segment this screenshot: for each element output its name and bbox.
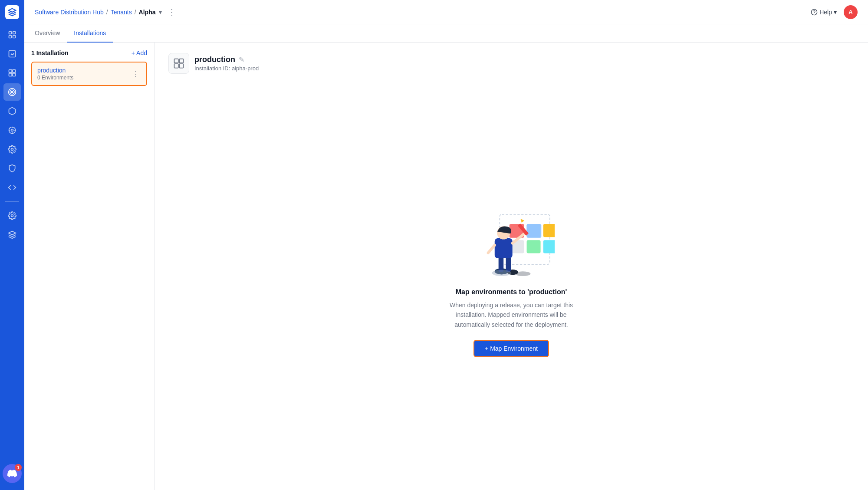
- tab-installations[interactable]: Installations: [67, 24, 113, 43]
- add-installation-button[interactable]: + Add: [132, 49, 147, 56]
- svg-rect-21: [179, 64, 183, 68]
- sidebar-item-bundles[interactable]: [3, 102, 21, 120]
- installation-item-production[interactable]: production 0 Environments ⋮: [31, 62, 147, 86]
- sidebar-divider: [5, 201, 19, 202]
- discord-badge-count: 1: [15, 464, 22, 471]
- sidebar-item-config[interactable]: [3, 207, 21, 224]
- sidebar-item-shield[interactable]: [3, 160, 21, 177]
- right-panel: production ✎ Installation ID: alpha-prod: [155, 43, 868, 490]
- sidebar-logo[interactable]: [5, 5, 19, 19]
- svg-rect-3: [13, 36, 16, 38]
- map-environment-label: + Map Environment: [485, 345, 538, 352]
- sidebar-item-registry[interactable]: [3, 122, 21, 139]
- help-button[interactable]: Help ▾: [811, 9, 837, 16]
- svg-rect-0: [9, 32, 12, 34]
- topbar-right: Help ▾ A: [811, 5, 858, 19]
- svg-point-10: [10, 90, 14, 94]
- installation-name: production: [37, 67, 73, 74]
- topbar-current: Alpha: [139, 9, 156, 16]
- empty-state-title: Map environments to 'production': [456, 288, 567, 296]
- sidebar-item-distributions[interactable]: [3, 83, 21, 101]
- sidebar-bottom: 1: [3, 460, 22, 487]
- installation-title: production: [194, 55, 235, 64]
- chevron-down-icon[interactable]: ▾: [159, 9, 162, 16]
- tab-overview[interactable]: Overview: [35, 24, 67, 43]
- sidebar-nav: [0, 26, 24, 460]
- help-chevron-icon: ▾: [834, 9, 837, 16]
- svg-rect-7: [9, 73, 12, 76]
- edit-icon[interactable]: ✎: [239, 56, 244, 64]
- installation-details: production ✎ Installation ID: alpha-prod: [194, 55, 259, 72]
- discord-button[interactable]: 1: [3, 464, 22, 483]
- user-avatar[interactable]: A: [844, 5, 858, 19]
- svg-point-13: [11, 129, 13, 132]
- content-area: 1 Installation + Add production 0 Enviro…: [24, 43, 868, 490]
- svg-point-52: [492, 270, 511, 276]
- installation-id-label: Installation ID:: [194, 65, 230, 72]
- installation-icon: [168, 53, 189, 74]
- svg-rect-27: [543, 224, 555, 237]
- panel-title: 1 Installation: [31, 49, 69, 56]
- installation-id-row: Installation ID: alpha-prod: [194, 65, 259, 72]
- topbar-brand[interactable]: Software Distribution Hub: [35, 9, 104, 16]
- svg-rect-18: [174, 59, 178, 63]
- sidebar-item-metrics[interactable]: [3, 45, 21, 62]
- topbar-sep1: /: [106, 9, 108, 16]
- panel-header: 1 Installation + Add: [31, 49, 147, 56]
- svg-rect-30: [527, 240, 541, 253]
- svg-rect-26: [527, 224, 541, 237]
- svg-rect-6: [13, 70, 16, 73]
- sidebar-item-packages[interactable]: [3, 64, 21, 82]
- sidebar-item-dashboard[interactable]: [3, 26, 21, 43]
- install-title-row: production ✎: [194, 55, 259, 64]
- topbar-breadcrumb: Software Distribution Hub / Tenants / Al…: [35, 7, 176, 17]
- main-content: Software Distribution Hub / Tenants / Al…: [24, 0, 868, 490]
- installation-more-button[interactable]: ⋮: [131, 69, 141, 79]
- sidebar-item-code[interactable]: [3, 179, 21, 196]
- svg-rect-2: [9, 36, 12, 38]
- sidebar-item-stack[interactable]: [3, 226, 21, 243]
- installation-id-value: alpha-prod: [232, 65, 259, 72]
- topbar: Software Distribution Hub / Tenants / Al…: [24, 0, 868, 24]
- installation-environments: 0 Environments: [37, 75, 73, 81]
- svg-rect-31: [543, 240, 555, 253]
- sidebar: 1: [0, 0, 24, 490]
- sidebar-item-gear[interactable]: [3, 141, 21, 158]
- installation-info: production 0 Environments: [37, 67, 73, 81]
- svg-point-15: [11, 215, 13, 217]
- svg-rect-1: [13, 32, 16, 34]
- svg-rect-19: [179, 59, 183, 63]
- svg-point-14: [11, 148, 13, 151]
- help-label: Help: [819, 9, 832, 16]
- topbar-tenant[interactable]: Tenants: [111, 9, 132, 16]
- svg-point-53: [515, 271, 531, 276]
- tabs: Overview Installations: [24, 24, 868, 43]
- svg-rect-45: [506, 256, 511, 272]
- svg-rect-8: [13, 73, 16, 76]
- svg-rect-44: [499, 256, 504, 272]
- empty-state-description: When deploying a release, you can target…: [442, 300, 581, 329]
- empty-state: Map environments to 'production' When de…: [168, 84, 854, 480]
- svg-rect-5: [9, 70, 12, 73]
- right-header: production ✎ Installation ID: alpha-prod: [168, 53, 854, 74]
- topbar-sep2: /: [135, 9, 136, 16]
- svg-point-9: [11, 91, 13, 92]
- empty-illustration: [468, 207, 555, 278]
- svg-rect-20: [174, 64, 178, 68]
- map-environment-button[interactable]: + Map Environment: [473, 340, 549, 357]
- topbar-more-button[interactable]: ⋮: [168, 7, 176, 17]
- left-panel: 1 Installation + Add production 0 Enviro…: [24, 43, 155, 490]
- svg-rect-46: [495, 238, 513, 258]
- svg-line-48: [488, 245, 495, 253]
